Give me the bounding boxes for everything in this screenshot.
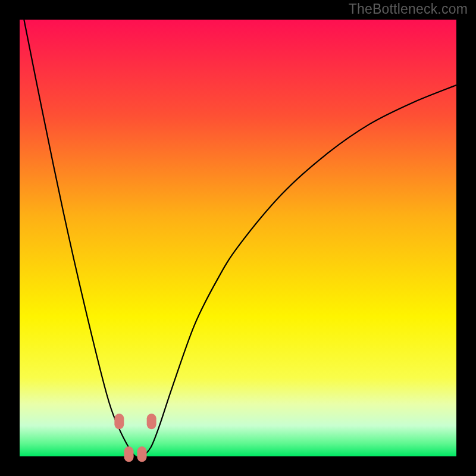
highlight-point <box>114 414 124 429</box>
highlight-point <box>124 446 134 462</box>
gradient-background <box>20 20 456 456</box>
highlight-point <box>137 446 147 462</box>
chart-root: TheBottleneck.com <box>0 0 476 476</box>
chart-svg <box>0 0 476 476</box>
highlight-point <box>147 414 156 429</box>
